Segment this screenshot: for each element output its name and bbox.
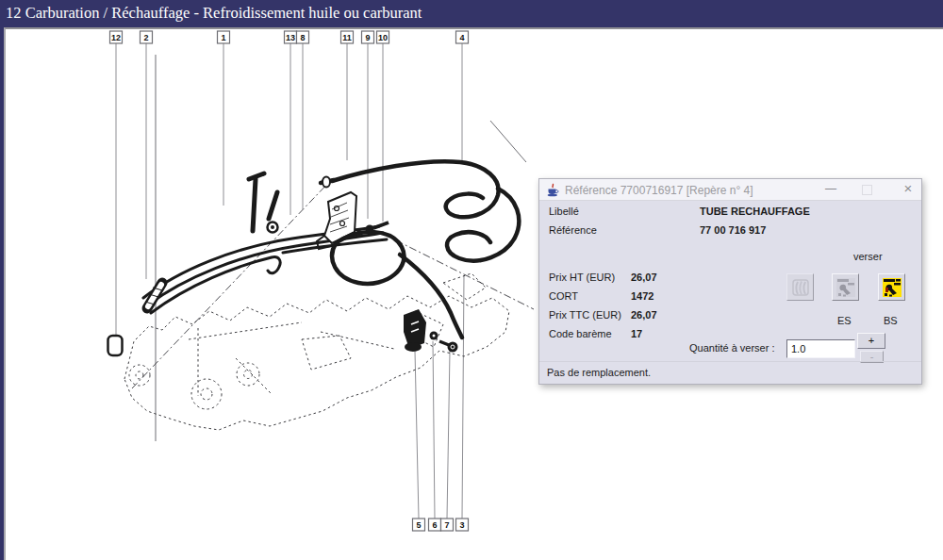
quantity-label: Quantité à verser : bbox=[689, 342, 775, 354]
quantity-increment-button[interactable]: + bbox=[857, 333, 885, 349]
tube-icon-button bbox=[786, 273, 814, 301]
cort-label: CORT bbox=[549, 290, 578, 302]
tube-end-ring bbox=[323, 177, 330, 188]
replacement-status: Pas de remplacement. bbox=[547, 367, 651, 378]
prix-ht-label: Prix HT (EUR) bbox=[549, 272, 615, 283]
svg-text:10[interactable]: 10 bbox=[378, 33, 388, 42]
prix-ttc-label: Prix TTC (EUR) bbox=[549, 309, 621, 321]
heater-tube bbox=[321, 161, 519, 338]
code-bareme-label: Code barème bbox=[549, 328, 612, 339]
grommet-center bbox=[271, 225, 274, 229]
svg-text:4[interactable]: 4 bbox=[459, 33, 464, 42]
libelle-value: TUBE RECHAUFFAGE bbox=[700, 206, 810, 217]
callout-10[interactable]: 10 bbox=[377, 31, 389, 43]
svg-text:3[interactable]: 3 bbox=[459, 520, 464, 530]
footer-separator bbox=[539, 361, 921, 362]
svg-text:12[interactable]: 12 bbox=[111, 33, 121, 42]
svg-text:9[interactable]: 9 bbox=[365, 33, 370, 42]
svg-text:2[interactable]: 2 bbox=[143, 33, 148, 42]
callout-5[interactable]: 5 bbox=[413, 519, 425, 531]
es-icon bbox=[835, 277, 856, 298]
maximize-button[interactable] bbox=[862, 185, 872, 195]
svg-text:1[interactable]: 1 bbox=[221, 33, 225, 42]
es-button-label: ES bbox=[837, 315, 852, 326]
es-icon-button[interactable] bbox=[832, 273, 859, 301]
svg-text:6[interactable]: 6 bbox=[432, 520, 437, 530]
callout-11[interactable]: 11 bbox=[341, 31, 354, 43]
dialog-title: Référence 7700716917 [Repère n° 4] bbox=[565, 184, 753, 197]
o-ring bbox=[108, 336, 123, 355]
panel-lines bbox=[156, 55, 526, 441]
fuel-tubes bbox=[143, 226, 387, 313]
cort-value: 1472 bbox=[631, 290, 653, 302]
java-cup-icon bbox=[546, 183, 560, 197]
prix-ht-value: 26,07 bbox=[631, 272, 657, 283]
callout-3[interactable]: 3 bbox=[456, 519, 469, 531]
tube-icon bbox=[790, 277, 811, 298]
bs-icon-button[interactable] bbox=[878, 273, 905, 301]
callout-9[interactable]: 9 bbox=[362, 31, 374, 43]
quantity-input[interactable] bbox=[786, 339, 855, 358]
svg-text:8[interactable]: 8 bbox=[300, 33, 305, 42]
reference-label: Référence bbox=[549, 224, 597, 236]
svg-text:11[interactable]: 11 bbox=[342, 33, 352, 42]
libelle-label: Libellé bbox=[549, 206, 579, 217]
dialog-title-bar[interactable]: Référence 7700716917 [Repère n° 4] — × bbox=[539, 179, 921, 201]
callout-1[interactable]: 1 bbox=[218, 31, 230, 43]
close-button[interactable]: × bbox=[896, 179, 920, 200]
callout-12[interactable]: 12 bbox=[110, 31, 123, 43]
callout-4[interactable]: 4 bbox=[456, 31, 469, 43]
bs-icon bbox=[882, 277, 902, 298]
callout-8[interactable]: 8 bbox=[297, 31, 309, 43]
minimize-button[interactable]: — bbox=[819, 179, 843, 200]
reference-value: 77 00 716 917 bbox=[700, 224, 766, 236]
svg-text:13[interactable]: 13 bbox=[286, 33, 295, 42]
reference-dialog: Référence 7700716917 [Repère n° 4] — × L… bbox=[538, 178, 922, 385]
code-bareme-value: 17 bbox=[631, 328, 642, 339]
callout-2[interactable]: 2 bbox=[141, 31, 153, 43]
callout-6[interactable]: 6 bbox=[429, 519, 441, 531]
bs-button-label: BS bbox=[884, 315, 898, 326]
svg-text:5[interactable]: 5 bbox=[416, 520, 421, 530]
svg-text:7[interactable]: 7 bbox=[444, 520, 449, 530]
verser-label: verser bbox=[853, 251, 883, 262]
callout-7[interactable]: 7 bbox=[441, 519, 454, 531]
prix-ttc-value: 26,07 bbox=[631, 309, 657, 321]
callout-13[interactable]: 13 bbox=[285, 31, 297, 43]
